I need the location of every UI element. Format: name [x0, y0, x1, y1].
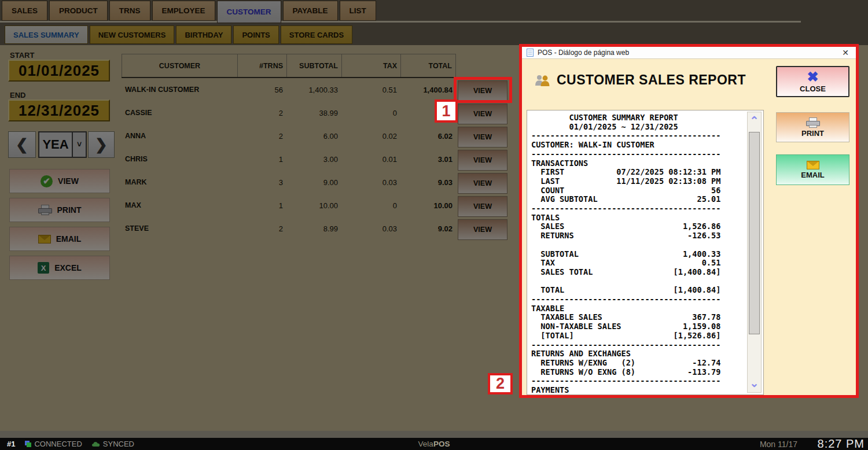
scroll-thumb[interactable] [749, 132, 760, 334]
dialog-print-label: PRINT [801, 129, 824, 138]
dialog-close-button[interactable]: ✖ CLOSE [776, 66, 849, 97]
dialog-email-label: EMAIL [801, 171, 824, 179]
taskbar: #1 CONNECTED SYNCED VelaPOS Mon 11/17 8:… [0, 438, 868, 450]
scroll-up-icon[interactable]: ⌃ [749, 116, 760, 126]
annotation-highlight-box [454, 77, 512, 103]
dialog-print-button[interactable]: PRINT [776, 112, 849, 142]
annotation-step-1: 1 [435, 99, 458, 123]
taskbar-date: Mon 11/17 [760, 440, 797, 449]
customers-icon [535, 74, 551, 87]
customer-sales-report-dialog: POS - Diálogo de página web ✕ CUSTOMER S… [519, 44, 859, 398]
report-scrollbar[interactable]: ⌃ ⌄ [747, 112, 762, 393]
scroll-down-icon[interactable]: ⌄ [749, 378, 760, 389]
dialog-close-x[interactable]: ✕ [840, 48, 851, 57]
dialog-title: POS - Diálogo de página web [538, 49, 836, 57]
document-icon [527, 49, 534, 57]
report-text: CUSTOMER SUMMARY REPORT 01/01/2025 ~ 12/… [531, 113, 720, 395]
report-heading: CUSTOMER SALES REPORT [535, 72, 746, 88]
dialog-title-bar: POS - Diálogo de página web ✕ [522, 47, 856, 59]
report-panel: CUSTOMER SUMMARY REPORT 01/01/2025 ~ 12/… [527, 110, 764, 395]
report-heading-text: CUSTOMER SALES REPORT [557, 72, 746, 88]
printer-icon [806, 117, 820, 128]
brand: VelaPOS [0, 440, 868, 448]
envelope-icon [807, 161, 819, 169]
dialog-close-label: CLOSE [800, 84, 826, 93]
annotation-step-2: 2 [488, 373, 513, 394]
blue-x-icon: ✖ [807, 71, 818, 83]
dialog-email-button[interactable]: EMAIL [776, 154, 849, 185]
taskbar-time: 8:27 PM [818, 437, 865, 450]
